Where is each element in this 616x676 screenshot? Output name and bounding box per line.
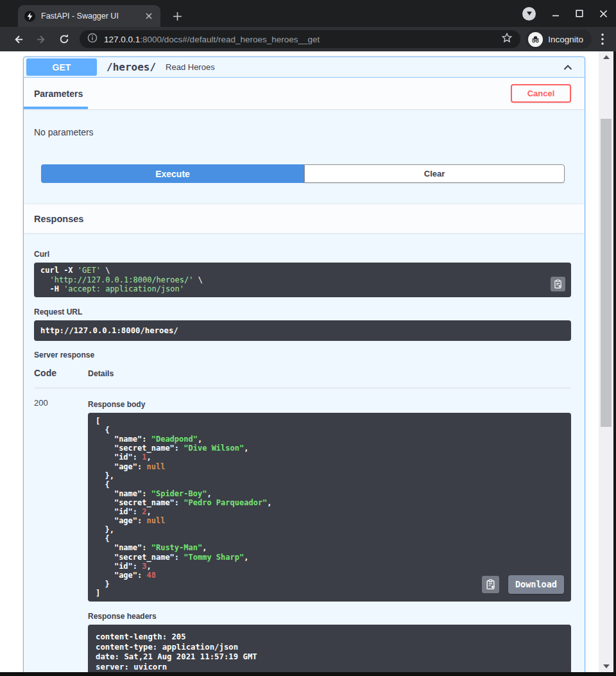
response-details: Response body [ { "name": "Deadpond", "s…	[88, 398, 571, 672]
bookmark-star-icon[interactable]	[501, 32, 513, 46]
response-headers-block: content-length: 205content-type: applica…	[88, 625, 571, 672]
browser-window: FastAPI - Swagger UI	[0, 0, 616, 676]
no-parameters-message: No parameters	[24, 109, 585, 157]
tab-title: FastAPI - Swagger UI	[41, 12, 143, 21]
browser-update-icon[interactable]	[522, 7, 536, 21]
cancel-button[interactable]: Cancel	[511, 84, 571, 103]
new-tab-button[interactable]	[169, 8, 185, 24]
window-close-button[interactable]	[597, 7, 610, 20]
response-headers-label: Response headers	[88, 612, 571, 621]
parameters-title: Parameters	[34, 89, 83, 99]
opblock-get-heroes: GET /heroes/ Read Heroes Parameters Canc…	[23, 56, 585, 672]
response-body-block: [ { "name": "Deadpond", "secret_name": "…	[88, 413, 571, 602]
scrollbar-down-arrow-icon[interactable]	[603, 664, 610, 668]
browser-tab[interactable]: FastAPI - Swagger UI	[18, 5, 160, 27]
browser-toolbar: 127.0.0.1:8000/docs#/default/read_heroes…	[0, 27, 616, 51]
window-minimize-button[interactable]	[549, 7, 562, 20]
response-body-actions: Download	[482, 575, 564, 594]
reload-button-icon[interactable]	[56, 31, 72, 47]
window-bottom-border	[0, 672, 616, 676]
back-button-icon[interactable]	[10, 31, 26, 47]
incognito-badge: Incognito	[526, 30, 592, 49]
execute-button[interactable]: Execute	[41, 164, 304, 183]
clear-button[interactable]: Clear	[304, 164, 565, 183]
window-maximize-button[interactable]	[573, 7, 586, 20]
code-column-header: Code	[34, 368, 88, 378]
details-column-header: Details	[88, 368, 114, 378]
request-url-label: Request URL	[34, 308, 571, 316]
parameters-tab-indicator	[24, 107, 88, 109]
url-path: :8000/docs#/default/read_heroes_heroes__…	[140, 35, 320, 44]
response-row: 200 Response body [ { "name": "Deadpond"…	[34, 388, 571, 672]
swagger-page: GET /heroes/ Read Heroes Parameters Canc…	[0, 51, 613, 672]
response-headers-text: content-length: 205content-type: applica…	[96, 632, 563, 672]
incognito-icon	[528, 32, 543, 47]
curl-command-block: curl -X 'GET' \ 'http://127.0.0.1:8000/h…	[34, 263, 571, 297]
address-bar[interactable]: 127.0.0.1:8000/docs#/default/read_heroes…	[80, 30, 520, 48]
download-button[interactable]: Download	[508, 575, 564, 594]
window-right-border	[613, 51, 616, 676]
scrollbar-thumb[interactable]	[601, 119, 612, 427]
status-code: 200	[34, 398, 88, 672]
fastapi-favicon-icon	[24, 11, 35, 22]
parameters-header: Parameters Cancel	[24, 78, 585, 109]
response-table-header: Code Details	[34, 368, 571, 388]
endpoint-summary: Read Heroes	[166, 62, 215, 72]
collapse-chevron-icon[interactable]	[561, 61, 574, 74]
curl-label: Curl	[34, 250, 571, 259]
tab-close-icon[interactable]	[143, 11, 154, 22]
incognito-label: Incognito	[548, 35, 583, 44]
page-scrollbar[interactable]	[599, 51, 613, 672]
responses-header: Responses	[24, 204, 585, 233]
server-response-label: Server response	[34, 351, 571, 360]
responses-content: Curl curl -X 'GET' \ 'http://127.0.0.1:8…	[24, 250, 585, 672]
curl-command-text: curl -X 'GET' \ 'http://127.0.0.1:8000/h…	[40, 266, 565, 294]
endpoint-path: /heroes/	[107, 61, 156, 73]
request-url-text: http://127.0.0.1:8000/heroes/	[40, 326, 565, 335]
browser-menu-icon[interactable]	[595, 31, 610, 47]
request-url-block: http://127.0.0.1:8000/heroes/	[34, 320, 571, 341]
response-body-label: Response body	[88, 400, 571, 409]
copy-curl-button[interactable]	[551, 277, 565, 291]
scrollbar-up-arrow-icon[interactable]	[603, 55, 610, 59]
response-body-json: [ { "name": "Deadpond", "secret_name": "…	[96, 417, 563, 598]
copy-response-button[interactable]	[482, 576, 499, 593]
site-info-icon[interactable]	[87, 33, 98, 46]
execute-row: Execute Clear	[41, 164, 565, 183]
url-host: 127.0.0.1	[104, 35, 140, 44]
browser-titlebar: FastAPI - Swagger UI	[0, 0, 616, 27]
url-text: 127.0.0.1:8000/docs#/default/read_heroes…	[104, 35, 501, 44]
responses-title: Responses	[34, 214, 83, 224]
forward-button-icon[interactable]	[33, 31, 49, 47]
opblock-summary[interactable]: GET /heroes/ Read Heroes	[24, 57, 585, 78]
http-method-badge: GET	[26, 58, 97, 76]
window-controls	[522, 6, 610, 21]
